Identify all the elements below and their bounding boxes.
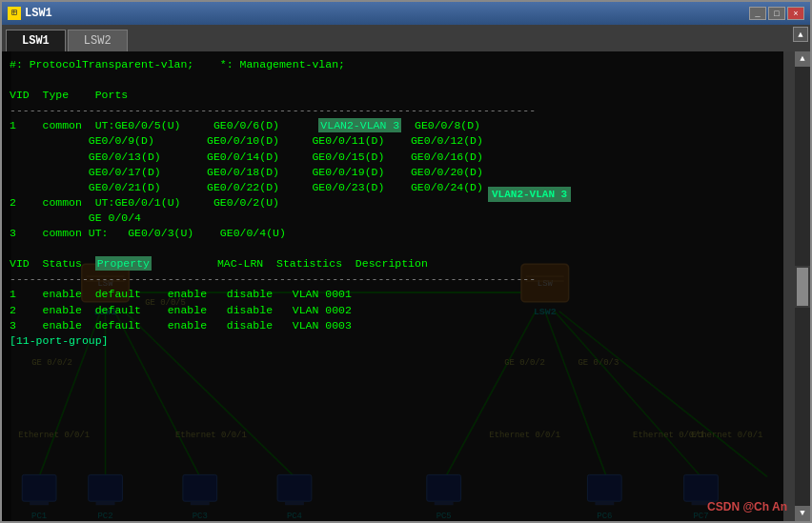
scroll-up-button[interactable]: ▲ (795, 51, 810, 67)
tab-bar: LSW1 LSW2 ▲ (2, 25, 810, 51)
terminal-line-vlan3: 3 common UT: GE0/0/3(U) GE0/0/4(U) (10, 226, 776, 241)
tab-lsw1[interactable]: LSW1 (6, 30, 66, 51)
scroll-thumb[interactable] (797, 268, 808, 306)
vertical-scrollbar[interactable]: ▲ ▼ (795, 51, 810, 521)
terminal-line-vlan1d: GE0/0/17(D) GE0/0/18(D) GE0/0/19(D) GE0/… (10, 165, 776, 180)
terminal-line-vlan2: 2 common UT:GE0/0/1(U) GE0/0/2(U) (10, 195, 776, 211)
terminal-line-header: VID Type Ports (10, 88, 776, 103)
window-controls: _ □ × (749, 7, 804, 20)
main-window: ⊞ LSW1 _ □ × LSW1 LSW2 ▲ (0, 0, 812, 523)
terminal-line-div1: ----------------------------------------… (10, 103, 776, 118)
terminal-line-vlan1c: GE0/0/13(D) GE0/0/14(D) GE0/0/15(D) GE0/… (10, 150, 776, 165)
terminal-line-vid1: 1 enable default enable disable VLAN 000… (10, 287, 776, 302)
terminal-output[interactable]: #: ProtocolTransparent-vlan; *: Manageme… (2, 51, 783, 521)
window-icon: ⊞ (8, 7, 21, 20)
title-bar: ⊞ LSW1 _ □ × (2, 2, 810, 25)
terminal-line-vid3: 3 enable default enable disable VLAN 000… (10, 318, 776, 333)
highlight-vlan2-3-left: VLAN2-VLAN 3 (318, 118, 401, 132)
highlight-vlan2-3-right: VLAN2-VLAN 3 (488, 187, 571, 202)
terminal-line-vlan1b: GE0/0/9(D) GE0/0/10(D) GE0/0/11(D) GE0/0… (10, 133, 776, 149)
terminal-line-1: #: ProtocolTransparent-vlan; *: Manageme… (10, 57, 776, 72)
minimize-button[interactable]: _ (749, 7, 766, 20)
terminal-line-vlan1: 1 common UT:GE0/0/5(U) GE0/0/6(D) VLAN2-… (10, 118, 776, 133)
maximize-button[interactable]: □ (768, 7, 785, 20)
scroll-down-button[interactable]: ▼ (795, 506, 810, 521)
main-content-area: LSW LSW1 LSW LSW2 PC1 PC2 PC3 (2, 51, 810, 521)
terminal-line-vlan1e: GE0/0/21(D) GE0/0/22(D) GE0/0/23(D) GE0/… (10, 180, 776, 195)
tab-scroll-up[interactable]: ▲ (793, 27, 808, 42)
window-title: LSW1 (25, 7, 749, 20)
property-header: Property (95, 256, 152, 271)
tab-lsw2[interactable]: LSW2 (68, 30, 128, 51)
terminal-line-vlan2b: GE 0/0/4 (10, 211, 776, 226)
terminal-line-div2: ----------------------------------------… (10, 272, 776, 287)
csdn-watermark: CSDN @Ch An (707, 500, 787, 513)
terminal-line-vid2: 2 enable default enable disable VLAN 000… (10, 303, 776, 318)
terminal-line-sep1 (10, 72, 776, 88)
terminal-line-sep2 (10, 241, 776, 256)
close-button[interactable]: × (787, 7, 804, 20)
terminal-line-header2: VID Status Property MAC-LRN Statistics D… (10, 256, 776, 272)
terminal-line-prompt: [11-port-group] (10, 333, 776, 349)
